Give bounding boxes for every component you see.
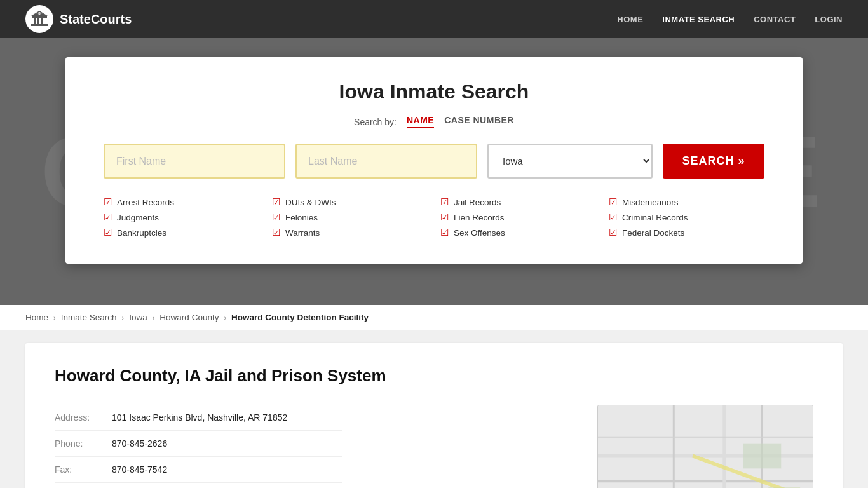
- feature-label: Arrest Records: [117, 198, 174, 207]
- feature-item: ☑DUIs & DWIs: [272, 196, 428, 208]
- breadcrumb-inmate-search[interactable]: Inmate Search: [61, 313, 117, 322]
- logo-icon: [25, 5, 53, 33]
- info-value: 870-845-7542: [112, 457, 342, 483]
- feature-item: ☑Jail Records: [440, 196, 596, 208]
- breadcrumb: Home › Inmate Search › Iowa › Howard Cou…: [0, 305, 868, 330]
- feature-label: Misdemeanors: [622, 198, 679, 207]
- tab-case-number[interactable]: CASE NUMBER: [444, 115, 514, 128]
- search-card: Iowa Inmate Search Search by: NAME CASE …: [65, 57, 803, 264]
- nav-home[interactable]: HOME: [617, 15, 643, 24]
- svg-rect-1: [34, 17, 36, 24]
- info-row: Fax:870-845-7542: [55, 457, 342, 483]
- breadcrumb-sep-2: ›: [121, 314, 124, 322]
- first-name-input[interactable]: [104, 144, 285, 179]
- info-table: Address:101 Isaac Perkins Blvd, Nashvill…: [55, 405, 342, 488]
- feature-label: Lien Records: [454, 213, 505, 222]
- nav-login[interactable]: LOGIN: [815, 15, 843, 24]
- feature-label: Bankruptcies: [117, 228, 166, 238]
- feature-label: Federal Dockets: [622, 228, 684, 238]
- feature-item: ☑Warrants: [272, 227, 428, 238]
- courthouse-icon: [30, 10, 49, 29]
- info-label: Website:: [55, 483, 112, 489]
- feature-item: ☑Criminal Records: [609, 212, 764, 223]
- header: StateCourts HOME INMATE SEARCH CONTACT L…: [0, 0, 868, 38]
- breadcrumb-sep-4: ›: [224, 314, 226, 322]
- check-icon: ☑: [440, 227, 449, 238]
- state-select[interactable]: Iowa: [487, 144, 653, 179]
- map-section: + −: [597, 405, 813, 488]
- feature-item: ☑Misdemeanors: [609, 196, 764, 208]
- feature-label: Felonies: [285, 213, 318, 222]
- svg-rect-2: [37, 17, 39, 24]
- check-icon: ☑: [272, 212, 280, 223]
- check-icon: ☑: [272, 227, 280, 238]
- main-content: Howard County, IA Jail and Prison System…: [0, 330, 868, 488]
- search-by-label: Search by:: [354, 117, 397, 127]
- feature-item: ☑Lien Records: [440, 212, 596, 223]
- search-button[interactable]: SEARCH »: [663, 144, 764, 179]
- info-row: Website:http://howardcountysheriffar.com…: [55, 483, 342, 489]
- features-grid: ☑Arrest Records☑DUIs & DWIs☑Jail Records…: [104, 196, 764, 238]
- check-icon: ☑: [440, 212, 449, 223]
- check-icon: ☑: [609, 227, 617, 238]
- search-by-row: Search by: NAME CASE NUMBER: [104, 115, 764, 128]
- hero-section: COURTHOUSE Iowa Inmate Search Search by:…: [0, 38, 868, 305]
- info-value: 101 Isaac Perkins Blvd, Nashville, AR 71…: [112, 405, 342, 431]
- svg-rect-3: [41, 17, 43, 24]
- feature-item: ☑Sex Offenses: [440, 227, 596, 238]
- info-row: Phone:870-845-2626: [55, 431, 342, 457]
- logo-text: StateCourts: [60, 12, 132, 27]
- check-icon: ☑: [272, 196, 280, 208]
- map-placeholder: + −: [597, 405, 813, 488]
- check-icon: ☑: [609, 212, 617, 223]
- breadcrumb-iowa[interactable]: Iowa: [129, 313, 147, 322]
- feature-item: ☑Bankruptcies: [104, 227, 259, 238]
- check-icon: ☑: [104, 212, 112, 223]
- search-title: Iowa Inmate Search: [104, 80, 764, 104]
- check-icon: ☑: [104, 196, 112, 208]
- main-nav: HOME INMATE SEARCH CONTACT LOGIN: [617, 15, 843, 24]
- tab-name[interactable]: NAME: [407, 115, 434, 128]
- check-icon: ☑: [440, 196, 449, 208]
- feature-label: Criminal Records: [622, 213, 688, 222]
- feature-label: Sex Offenses: [454, 228, 505, 238]
- feature-label: Judgments: [117, 213, 159, 222]
- content-card: Howard County, IA Jail and Prison System…: [25, 343, 843, 488]
- check-icon: ☑: [104, 227, 112, 238]
- nav-contact[interactable]: CONTACT: [754, 15, 796, 24]
- search-inputs-row: Iowa SEARCH »: [104, 144, 764, 179]
- svg-rect-0: [31, 24, 48, 26]
- check-icon: ☑: [609, 196, 617, 208]
- info-label: Fax:: [55, 457, 112, 483]
- breadcrumb-current: Howard County Detention Facility: [231, 313, 369, 322]
- breadcrumb-home[interactable]: Home: [25, 313, 48, 322]
- info-label: Address:: [55, 405, 112, 431]
- logo[interactable]: StateCourts: [25, 5, 132, 33]
- facility-title: Howard County, IA Jail and Prison System: [55, 366, 813, 386]
- feature-item: ☑Felonies: [272, 212, 428, 223]
- breadcrumb-howard-county[interactable]: Howard County: [159, 313, 219, 322]
- svg-rect-4: [32, 16, 47, 18]
- feature-label: Warrants: [285, 228, 320, 238]
- feature-label: Jail Records: [454, 198, 501, 207]
- map-roads-svg: [598, 405, 813, 488]
- nav-inmate-search[interactable]: INMATE SEARCH: [662, 15, 735, 24]
- feature-label: DUIs & DWIs: [285, 198, 336, 207]
- info-row: Address:101 Isaac Perkins Blvd, Nashvill…: [55, 405, 342, 431]
- feature-item: ☑Judgments: [104, 212, 259, 223]
- info-section: Address:101 Isaac Perkins Blvd, Nashvill…: [55, 405, 578, 488]
- info-label: Phone:: [55, 431, 112, 457]
- svg-rect-17: [743, 444, 782, 469]
- feature-item: ☑Arrest Records: [104, 196, 259, 208]
- info-value[interactable]: http://howardcountysheriffar.com/page.ph…: [112, 483, 342, 489]
- info-value: 870-845-2626: [112, 431, 342, 457]
- svg-rect-7: [35, 13, 44, 14]
- breadcrumb-sep-3: ›: [153, 314, 155, 322]
- breadcrumb-sep-1: ›: [53, 314, 56, 322]
- content-body: Address:101 Isaac Perkins Blvd, Nashvill…: [55, 405, 813, 488]
- feature-item: ☑Federal Dockets: [609, 227, 764, 238]
- last-name-input[interactable]: [295, 144, 477, 179]
